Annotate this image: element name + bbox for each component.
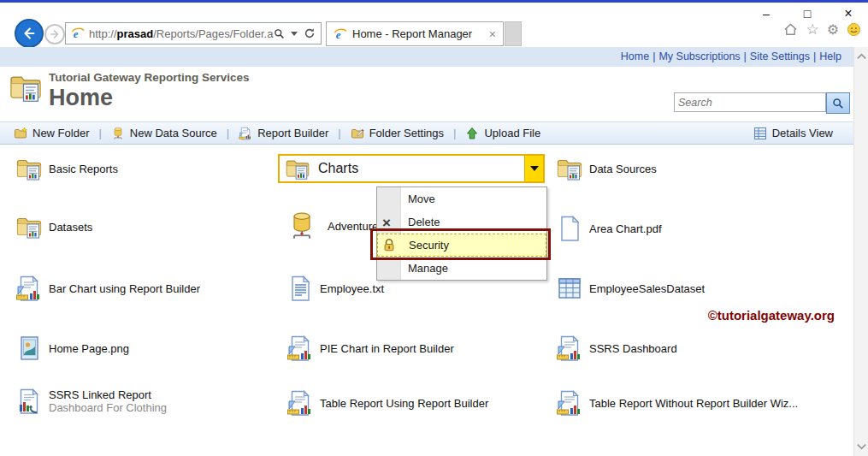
context-menu: Move Delete Security Manage ×: [376, 187, 547, 281]
folder-icon: [15, 155, 43, 182]
folder-icon: [556, 155, 583, 182]
report-manager-page: Home|My Subscriptions|Site Settings|Help…: [0, 47, 853, 456]
link-home[interactable]: Home: [621, 50, 649, 62]
browser-nav-bar: http://prasad/Reports/Pages/Folder.aspx?…: [0, 21, 868, 47]
browser-window: – □ × http://prasad/Reports/Pages/Folder…: [0, 0, 868, 456]
forward-button[interactable]: [44, 24, 65, 44]
folder-icon: [15, 213, 43, 240]
scroll-down-icon[interactable]: [856, 441, 867, 452]
image-file-icon: [15, 335, 43, 362]
address-bar[interactable]: http://prasad/Reports/Pages/Folder.aspx?…: [65, 22, 322, 44]
item-subtitle: Dashboard For Clothing: [49, 401, 167, 414]
item-basic-reports[interactable]: Basic Reports: [15, 155, 118, 182]
new-folder-button[interactable]: New Folder: [14, 127, 89, 140]
site-title: Tutorial Gateway Reporting Services: [49, 71, 250, 84]
item-employee-sales-dataset[interactable]: EmployeeSalesDataset: [556, 275, 705, 302]
item-bar-chart-report[interactable]: Bar Chart using Report Builder: [15, 275, 200, 302]
minimize-button[interactable]: –: [757, 6, 776, 21]
file-icon: [556, 215, 583, 242]
item-table-report-using-rb[interactable]: Table Report Using Report Builder: [286, 389, 488, 417]
home-icon[interactable]: [783, 22, 798, 37]
forward-arrow-icon: [49, 28, 61, 40]
page-title: Home: [49, 85, 113, 111]
new-tab-button[interactable]: [505, 21, 522, 46]
item-home-page-png[interactable]: Home Page.png: [15, 335, 129, 362]
item-pie-chart-report[interactable]: PIE Chart in Report Builder: [286, 335, 454, 362]
menu-item-manage[interactable]: Manage: [377, 257, 546, 280]
data-source-icon: [111, 127, 125, 140]
back-button[interactable]: [15, 19, 44, 48]
toolbar: New Folder | New Data Source | Report Bu…: [0, 121, 853, 145]
chevron-down-icon: [530, 166, 539, 171]
link-help[interactable]: Help: [819, 50, 841, 62]
favorites-star-icon[interactable]: ☆: [806, 22, 818, 37]
search-button[interactable]: [826, 92, 850, 114]
upload-file-button[interactable]: Upload File: [465, 127, 540, 140]
lock-icon: [381, 237, 397, 252]
tab-title: Home - Report Manager: [352, 27, 472, 40]
dataset-icon: [556, 275, 583, 302]
item-employee-txt[interactable]: Employee.txt: [286, 275, 384, 302]
new-folder-icon: [14, 127, 27, 140]
item-table-report-without-rb[interactable]: Table Report Without Report Builder Wiz.…: [556, 389, 798, 417]
back-arrow-icon: [21, 26, 37, 41]
home-folder-icon: [9, 70, 43, 104]
browser-tab[interactable]: Home - Report Manager ×: [326, 21, 504, 46]
details-view-icon: [753, 127, 767, 140]
item-ssrs-linked-report[interactable]: SSRS Linked ReportDashboard For Clothing: [15, 388, 167, 415]
ie-icon: [71, 27, 85, 40]
vertical-scrollbar[interactable]: [853, 47, 868, 456]
search-box: [674, 92, 850, 114]
scroll-up-icon[interactable]: [856, 51, 867, 62]
report-icon: [556, 389, 583, 417]
menu-item-move[interactable]: Move: [377, 187, 546, 210]
smiley-feedback-icon[interactable]: [847, 22, 861, 37]
folder-settings-icon: [351, 127, 364, 140]
data-source-icon: [286, 210, 317, 241]
delete-x-icon: ×: [382, 212, 391, 234]
title-bar: – □ ×: [0, 3, 868, 21]
refresh-icon[interactable]: [304, 27, 316, 39]
linked-report-icon: [15, 388, 43, 415]
item-ssrs-dashboard[interactable]: SSRS Dashboard: [556, 335, 677, 362]
menu-item-delete[interactable]: Delete: [377, 210, 546, 234]
report-icon: [286, 335, 314, 362]
search-input[interactable]: [674, 92, 826, 112]
new-data-source-button[interactable]: New Data Source: [111, 127, 217, 140]
close-button[interactable]: ×: [839, 6, 858, 21]
item-area-chart-pdf[interactable]: Area Chart.pdf: [556, 215, 662, 242]
folder-icon: [285, 156, 310, 181]
url-text[interactable]: http://prasad/Reports/Pages/Folder.aspx?…: [89, 27, 274, 40]
ie-icon: [334, 27, 347, 41]
item-data-sources[interactable]: Data Sources: [556, 155, 657, 182]
item-datasets[interactable]: Datasets: [15, 213, 92, 240]
watermark: ©tutorialgateway.org: [708, 308, 835, 323]
tab-close-icon[interactable]: ×: [489, 27, 496, 41]
link-site-settings[interactable]: Site Settings: [750, 50, 810, 62]
upload-icon: [465, 127, 479, 140]
report-icon: [286, 389, 314, 417]
charts-dropdown-button[interactable]: [524, 156, 543, 181]
text-file-icon: [286, 275, 314, 302]
report-icon: [15, 275, 43, 302]
report-builder-icon: [239, 127, 252, 140]
menu-item-security[interactable]: Security: [377, 234, 546, 257]
folder-settings-button[interactable]: Folder Settings: [351, 127, 444, 140]
report-icon: [556, 335, 583, 362]
link-my-subscriptions[interactable]: My Subscriptions: [658, 50, 740, 62]
details-view-button[interactable]: Details View: [753, 122, 833, 144]
settings-gear-icon[interactable]: ⚙: [827, 23, 839, 37]
search-icon[interactable]: [274, 28, 285, 39]
top-links-bar: Home|My Subscriptions|Site Settings|Help: [0, 47, 853, 67]
search-icon: [832, 98, 844, 110]
address-dropdown-icon[interactable]: [291, 32, 298, 36]
report-builder-button[interactable]: Report Builder: [239, 127, 328, 140]
item-charts-selected[interactable]: Charts: [278, 154, 545, 183]
maximize-button[interactable]: □: [798, 6, 817, 21]
